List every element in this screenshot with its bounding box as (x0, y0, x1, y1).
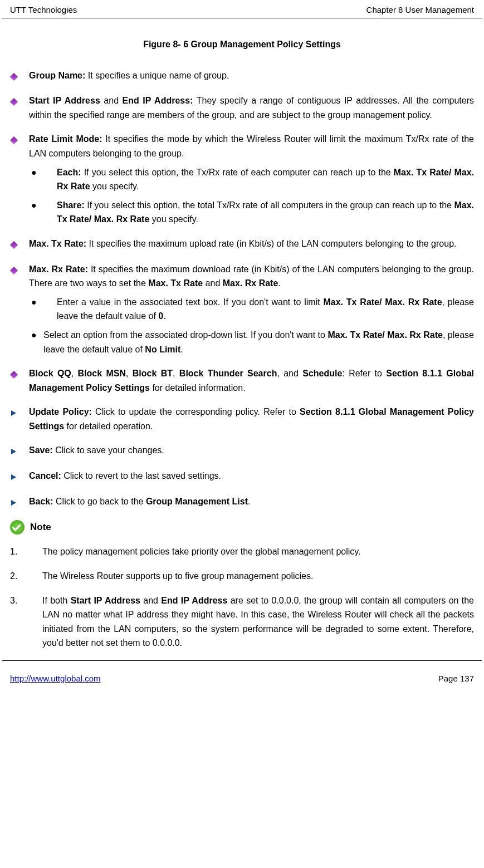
group-name-text: Group Name: It specifies a unique name o… (29, 68, 474, 84)
max-tx-text: Max. Tx Rate: It specifies the maximum u… (29, 237, 474, 252)
footer-url[interactable]: http://www.uttglobal.com (10, 672, 101, 685)
note-text-2: The Wireless Router supports up to five … (42, 569, 474, 583)
bullet-block-features: Block QQ, Block MSN, Block BT, Block Thu… (10, 366, 474, 395)
bullet-cancel: Cancel: Click to revert to the last save… (10, 469, 474, 484)
check-icon (10, 520, 25, 534)
note-item-1: 1. The policy management policies take p… (10, 545, 474, 559)
select-option-text: Select an option from the associated dro… (43, 328, 474, 356)
sub-bullet-share: ● Share: If you select this option, the … (31, 198, 474, 227)
sub-bullet-select-option: ● Select an option from the associated d… (31, 328, 474, 356)
note-item-3: 3. If both Start IP Address and End IP A… (10, 594, 474, 650)
diamond-icon (10, 366, 29, 395)
note-header: Note (10, 519, 474, 534)
sub-bullet-enter-value: ● Enter a value in the associated text b… (31, 295, 474, 323)
each-text: Each: If you select this option, the Tx/… (57, 165, 474, 194)
note-number: 1. (10, 545, 42, 559)
triangle-icon (10, 443, 29, 459)
header-left: UTT Technologies (10, 3, 77, 17)
header-right: Chapter 8 User Management (366, 3, 474, 17)
save-text: Save: Click to save your changes. (29, 443, 474, 459)
footer-divider (2, 660, 482, 661)
bullet-max-rx: Max. Rx Rate: It specifies the maximum d… (10, 262, 474, 291)
note-label: Note (30, 519, 51, 534)
diamond-icon (10, 94, 29, 122)
enter-value-text: Enter a value in the associated text box… (57, 295, 474, 323)
triangle-icon (10, 405, 29, 433)
diamond-icon (10, 132, 29, 160)
ip-address-text: Start IP Address and End IP Address: The… (29, 94, 474, 122)
note-text-3: If both Start IP Address and End IP Addr… (42, 594, 474, 650)
page-footer: http://www.uttglobal.com Page 137 (0, 670, 484, 691)
cancel-text: Cancel: Click to revert to the last save… (29, 469, 474, 484)
dot-icon: ● (31, 165, 57, 194)
diamond-icon (10, 237, 29, 252)
bullet-update-policy: Update Policy: Click to update the corre… (10, 405, 474, 433)
triangle-icon (10, 469, 29, 484)
dot-icon: ● (31, 328, 43, 356)
bullet-rate-mode: Rate Limit Mode: It specifies the mode b… (10, 132, 474, 160)
sub-bullet-each: ● Each: If you select this option, the T… (31, 165, 474, 194)
dot-icon: ● (31, 295, 57, 323)
dot-icon: ● (31, 198, 57, 227)
header-divider (2, 18, 482, 18)
share-text: Share: If you select this option, the to… (57, 198, 474, 227)
diamond-icon (10, 68, 29, 84)
bullet-save: Save: Click to save your changes. (10, 443, 474, 459)
update-text: Update Policy: Click to update the corre… (29, 405, 474, 433)
note-number: 2. (10, 569, 42, 583)
main-content: Group Name: It specifies a unique name o… (0, 68, 484, 650)
back-text: Back: Click to go back to the Group Mana… (29, 494, 474, 510)
max-rx-text: Max. Rx Rate: It specifies the maximum d… (29, 262, 474, 291)
bullet-ip-address: Start IP Address and End IP Address: The… (10, 94, 474, 122)
page-number: Page 137 (438, 672, 474, 685)
triangle-icon (10, 494, 29, 510)
page-header: UTT Technologies Chapter 8 User Manageme… (0, 0, 484, 18)
figure-caption: Figure 8- 6 Group Management Policy Sett… (0, 37, 484, 52)
note-number: 3. (10, 594, 42, 650)
diamond-icon (10, 262, 29, 291)
note-text-1: The policy management policies take prio… (42, 545, 474, 559)
block-text: Block QQ, Block MSN, Block BT, Block Thu… (29, 366, 474, 395)
bullet-back: Back: Click to go back to the Group Mana… (10, 494, 474, 510)
bullet-group-name: Group Name: It specifies a unique name o… (10, 68, 474, 84)
bullet-max-tx: Max. Tx Rate: It specifies the maximum u… (10, 237, 474, 252)
rate-mode-text: Rate Limit Mode: It specifies the mode b… (29, 132, 474, 160)
note-item-2: 2. The Wireless Router supports up to fi… (10, 569, 474, 583)
